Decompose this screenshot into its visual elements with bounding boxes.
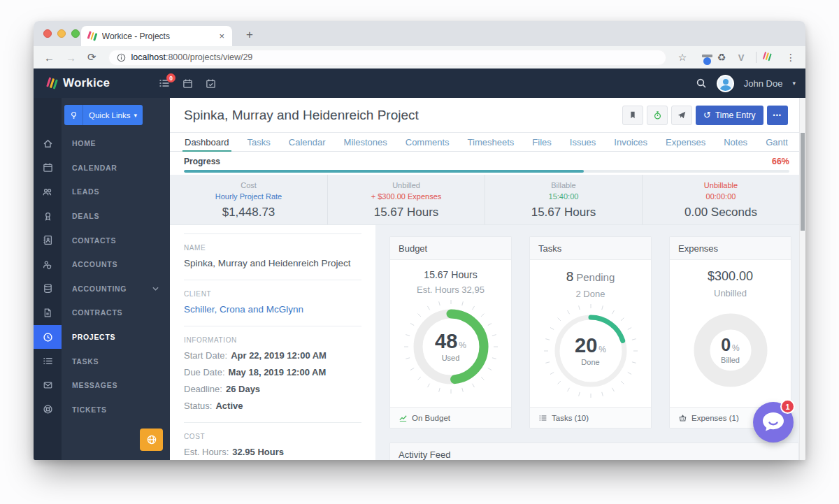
envelope-icon bbox=[34, 373, 62, 398]
clock-icon bbox=[34, 325, 62, 350]
project-name: Spinka, Murray and Heidenreich Project bbox=[184, 258, 361, 268]
timer-button[interactable] bbox=[647, 106, 668, 125]
bookmark-star-icon[interactable]: ☆ bbox=[675, 52, 690, 63]
macos-traffic-lights bbox=[43, 29, 80, 38]
minimize-window-button[interactable] bbox=[57, 29, 66, 38]
budget-card: Budget 15.67 Hours Est. Hours 32,95 bbox=[389, 236, 512, 429]
page-scrollbar[interactable] bbox=[799, 98, 805, 460]
browser-menu-icon[interactable]: ⋮ bbox=[783, 52, 798, 63]
client-link[interactable]: Schiller, Crona and McGlynn bbox=[184, 304, 361, 315]
tab-gantt[interactable]: Gantt bbox=[756, 133, 797, 151]
site-info-icon[interactable] bbox=[117, 53, 126, 62]
tab-expenses[interactable]: Expenses bbox=[657, 133, 715, 151]
sidebar-item-tickets[interactable]: TICKETS bbox=[34, 398, 170, 422]
tasks-card-footer[interactable]: Tasks (10) bbox=[530, 407, 651, 428]
sidebar-item-projects[interactable]: PROJECTS bbox=[34, 325, 170, 350]
tab-close-icon[interactable]: × bbox=[217, 31, 227, 41]
tab-calendar[interactable]: Calendar bbox=[280, 133, 335, 151]
workice-favicon bbox=[87, 31, 98, 41]
sidebar-item-home[interactable]: HOME bbox=[34, 131, 170, 156]
user-menu[interactable]: John Doe bbox=[744, 78, 783, 89]
lightbulb-icon bbox=[64, 105, 83, 125]
extension-vimium-icon[interactable]: V bbox=[733, 52, 749, 63]
reload-icon[interactable]: ⟳ bbox=[84, 51, 100, 64]
scrollbar-thumb[interactable] bbox=[801, 133, 805, 231]
sidebar-item-accounts[interactable]: ACCOUNTS bbox=[34, 252, 170, 277]
address-bar[interactable]: localhost:8000/projects/view/29 bbox=[108, 50, 666, 66]
sidebar-item-accounting[interactable]: ACCOUNTING bbox=[34, 277, 170, 301]
task-list-icon bbox=[34, 349, 62, 373]
extension-recycle-icon[interactable]: ♻ bbox=[714, 52, 729, 63]
user-shield-icon bbox=[34, 252, 62, 277]
main-content: Spinka, Murray and Heidenreich Project bbox=[170, 98, 799, 460]
tab-dashboard[interactable]: Dashboard bbox=[175, 133, 238, 151]
search-icon[interactable] bbox=[696, 78, 707, 89]
chart-line-icon bbox=[399, 414, 408, 422]
sidebar-item-messages[interactable]: MESSAGES bbox=[34, 373, 170, 398]
time-entry-button[interactable]: ↺ Time Entry bbox=[696, 106, 763, 125]
stat-unbillable: Unbillable 00:00:00 0.00 Seconds bbox=[642, 175, 799, 224]
brand-name: Workice bbox=[63, 76, 110, 90]
tab-issues[interactable]: Issues bbox=[561, 133, 605, 151]
tab-invoices[interactable]: Invoices bbox=[605, 133, 657, 151]
tab-comments[interactable]: Comments bbox=[396, 133, 459, 151]
detail-cost-section: COST Est. Hours:32.95 Hours Hourly Rate:… bbox=[184, 423, 361, 460]
chevron-down-icon bbox=[152, 277, 159, 301]
calendar-check-icon[interactable] bbox=[206, 78, 216, 89]
new-tab-button[interactable]: + bbox=[241, 26, 259, 46]
sidebar-item-calendar[interactable]: CALENDAR bbox=[34, 156, 170, 180]
sidebar-item-contacts[interactable]: CONTACTS bbox=[34, 228, 170, 252]
expenses-card-title: Expenses bbox=[670, 237, 791, 260]
history-icon: ↺ bbox=[703, 110, 711, 120]
quick-links-caret-icon: ▾ bbox=[134, 112, 137, 119]
notifications-list-icon[interactable]: 0 bbox=[159, 78, 170, 89]
notifications-badge: 0 bbox=[166, 73, 175, 82]
workice-app: Workice 0 bbox=[34, 69, 805, 460]
forward-icon[interactable]: → bbox=[62, 52, 80, 64]
chat-widget-button[interactable]: 1 bbox=[753, 402, 794, 442]
brand[interactable]: Workice bbox=[48, 76, 110, 90]
budget-card-footer[interactable]: On Budget bbox=[390, 407, 511, 428]
quick-links-button[interactable]: Quick Links▾ bbox=[64, 105, 143, 125]
stat-cost-sub[interactable]: Hourly Project Rate bbox=[170, 192, 327, 201]
user-avatar[interactable] bbox=[717, 75, 734, 92]
quick-links-label: Quick Links bbox=[89, 111, 130, 120]
back-icon[interactable]: ← bbox=[41, 52, 58, 64]
progress-bar-fill bbox=[184, 170, 584, 173]
bookmark-button[interactable] bbox=[622, 106, 643, 125]
browser-tab[interactable]: Workice - Projects × bbox=[81, 26, 232, 46]
more-actions-button[interactable]: ••• bbox=[767, 106, 788, 125]
users-icon bbox=[34, 180, 62, 204]
close-window-button[interactable] bbox=[43, 29, 52, 38]
address-book-icon bbox=[34, 228, 62, 252]
language-globe-button[interactable] bbox=[140, 429, 163, 451]
tab-timesheets[interactable]: Timesheets bbox=[459, 133, 524, 151]
url-path: :8000/projects/view/29 bbox=[166, 52, 252, 62]
maximize-window-button[interactable] bbox=[71, 29, 80, 38]
tab-milestones[interactable]: Milestones bbox=[335, 133, 396, 151]
tab-notes[interactable]: Notes bbox=[715, 133, 756, 151]
detail-information-section: INFORMATION Start Date:Apr 22, 2019 12:0… bbox=[184, 326, 361, 423]
tab-files[interactable]: Files bbox=[523, 133, 560, 151]
sidebar-item-leads[interactable]: LEADS bbox=[34, 180, 170, 204]
life-ring-icon bbox=[34, 398, 62, 422]
desktop-background: Workice - Projects × + ← → ⟳ localhost:8… bbox=[0, 0, 839, 504]
project-tabs: Dashboard Tasks Calendar Milestones Comm… bbox=[170, 133, 799, 152]
calendar-icon[interactable] bbox=[182, 78, 193, 89]
sidebar-item-contracts[interactable]: CONTRACTS bbox=[34, 301, 170, 325]
send-plane-button[interactable] bbox=[671, 106, 692, 125]
tasks-card: Tasks 8 Pending 2 Done bbox=[529, 236, 652, 429]
page-title: Spinka, Murray and Heidenreich Project bbox=[184, 108, 419, 123]
browser-toolbar: ← → ⟳ localhost:8000/projects/view/29 ☆ … bbox=[34, 46, 805, 69]
tasks-card-title: Tasks bbox=[530, 237, 651, 260]
sidebar-item-tasks[interactable]: TASKS bbox=[34, 349, 170, 373]
workice-logo-icon bbox=[46, 77, 58, 89]
toolbar-divider bbox=[756, 52, 756, 63]
workice-extension-icon[interactable] bbox=[763, 54, 779, 62]
file-contract-icon bbox=[34, 301, 62, 325]
sidebar-item-deals[interactable]: DEALS bbox=[34, 204, 170, 229]
stats-row: Cost Hourly Project Rate $1,448.73 Unbil… bbox=[170, 175, 799, 225]
progress-label: Progress bbox=[184, 157, 220, 166]
tab-tasks[interactable]: Tasks bbox=[238, 133, 280, 151]
sidebar: Quick Links▾ HOME CALENDAR LEADS bbox=[34, 98, 170, 460]
